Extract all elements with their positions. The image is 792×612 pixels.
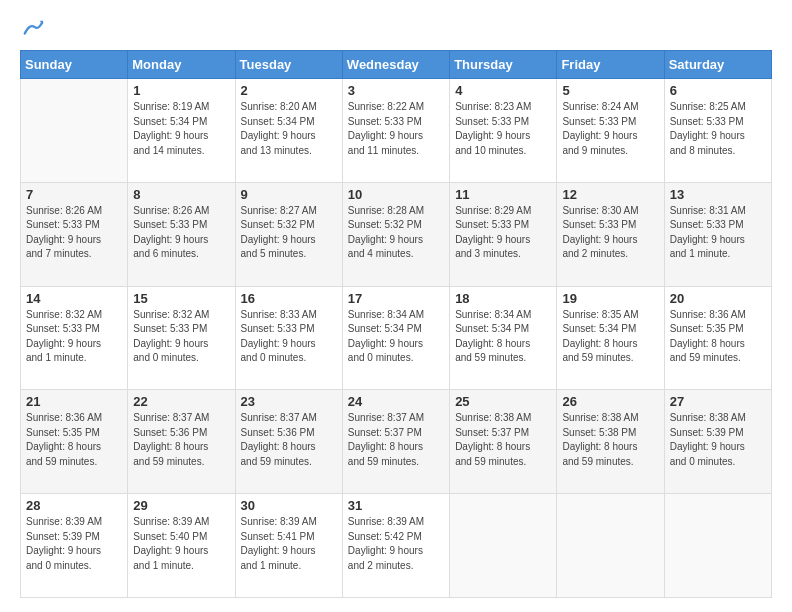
day-number: 25 [455, 394, 551, 409]
calendar-cell: 29Sunrise: 8:39 AM Sunset: 5:40 PM Dayli… [128, 494, 235, 598]
day-info: Sunrise: 8:32 AM Sunset: 5:33 PM Dayligh… [26, 308, 122, 366]
calendar-cell [450, 494, 557, 598]
day-info: Sunrise: 8:39 AM Sunset: 5:42 PM Dayligh… [348, 515, 444, 573]
calendar-cell: 26Sunrise: 8:38 AM Sunset: 5:38 PM Dayli… [557, 390, 664, 494]
calendar-cell: 16Sunrise: 8:33 AM Sunset: 5:33 PM Dayli… [235, 286, 342, 390]
day-info: Sunrise: 8:30 AM Sunset: 5:33 PM Dayligh… [562, 204, 658, 262]
calendar-cell: 12Sunrise: 8:30 AM Sunset: 5:33 PM Dayli… [557, 182, 664, 286]
day-number: 20 [670, 291, 766, 306]
weekday-header-saturday: Saturday [664, 51, 771, 79]
logo [20, 18, 44, 40]
day-number: 3 [348, 83, 444, 98]
day-info: Sunrise: 8:37 AM Sunset: 5:36 PM Dayligh… [241, 411, 337, 469]
calendar-table: SundayMondayTuesdayWednesdayThursdayFrid… [20, 50, 772, 598]
day-number: 15 [133, 291, 229, 306]
day-number: 6 [670, 83, 766, 98]
calendar-cell: 23Sunrise: 8:37 AM Sunset: 5:36 PM Dayli… [235, 390, 342, 494]
day-number: 21 [26, 394, 122, 409]
calendar-cell: 13Sunrise: 8:31 AM Sunset: 5:33 PM Dayli… [664, 182, 771, 286]
day-info: Sunrise: 8:33 AM Sunset: 5:33 PM Dayligh… [241, 308, 337, 366]
weekday-header-monday: Monday [128, 51, 235, 79]
day-number: 2 [241, 83, 337, 98]
day-info: Sunrise: 8:36 AM Sunset: 5:35 PM Dayligh… [26, 411, 122, 469]
day-info: Sunrise: 8:28 AM Sunset: 5:32 PM Dayligh… [348, 204, 444, 262]
calendar-cell: 28Sunrise: 8:39 AM Sunset: 5:39 PM Dayli… [21, 494, 128, 598]
day-info: Sunrise: 8:36 AM Sunset: 5:35 PM Dayligh… [670, 308, 766, 366]
weekday-header-row: SundayMondayTuesdayWednesdayThursdayFrid… [21, 51, 772, 79]
calendar-cell: 6Sunrise: 8:25 AM Sunset: 5:33 PM Daylig… [664, 79, 771, 183]
calendar-cell [557, 494, 664, 598]
day-info: Sunrise: 8:39 AM Sunset: 5:39 PM Dayligh… [26, 515, 122, 573]
day-info: Sunrise: 8:20 AM Sunset: 5:34 PM Dayligh… [241, 100, 337, 158]
day-number: 8 [133, 187, 229, 202]
day-number: 29 [133, 498, 229, 513]
calendar-cell: 31Sunrise: 8:39 AM Sunset: 5:42 PM Dayli… [342, 494, 449, 598]
day-info: Sunrise: 8:23 AM Sunset: 5:33 PM Dayligh… [455, 100, 551, 158]
day-number: 7 [26, 187, 122, 202]
day-number: 18 [455, 291, 551, 306]
calendar-cell: 21Sunrise: 8:36 AM Sunset: 5:35 PM Dayli… [21, 390, 128, 494]
calendar-cell: 7Sunrise: 8:26 AM Sunset: 5:33 PM Daylig… [21, 182, 128, 286]
calendar-cell: 30Sunrise: 8:39 AM Sunset: 5:41 PM Dayli… [235, 494, 342, 598]
day-info: Sunrise: 8:39 AM Sunset: 5:41 PM Dayligh… [241, 515, 337, 573]
day-number: 9 [241, 187, 337, 202]
day-info: Sunrise: 8:25 AM Sunset: 5:33 PM Dayligh… [670, 100, 766, 158]
day-info: Sunrise: 8:26 AM Sunset: 5:33 PM Dayligh… [26, 204, 122, 262]
day-number: 26 [562, 394, 658, 409]
calendar-cell: 5Sunrise: 8:24 AM Sunset: 5:33 PM Daylig… [557, 79, 664, 183]
calendar-cell: 9Sunrise: 8:27 AM Sunset: 5:32 PM Daylig… [235, 182, 342, 286]
weekday-header-tuesday: Tuesday [235, 51, 342, 79]
day-info: Sunrise: 8:31 AM Sunset: 5:33 PM Dayligh… [670, 204, 766, 262]
day-number: 24 [348, 394, 444, 409]
calendar-cell: 8Sunrise: 8:26 AM Sunset: 5:33 PM Daylig… [128, 182, 235, 286]
calendar-cell: 17Sunrise: 8:34 AM Sunset: 5:34 PM Dayli… [342, 286, 449, 390]
day-info: Sunrise: 8:19 AM Sunset: 5:34 PM Dayligh… [133, 100, 229, 158]
calendar-cell: 22Sunrise: 8:37 AM Sunset: 5:36 PM Dayli… [128, 390, 235, 494]
day-number: 28 [26, 498, 122, 513]
day-number: 11 [455, 187, 551, 202]
day-info: Sunrise: 8:32 AM Sunset: 5:33 PM Dayligh… [133, 308, 229, 366]
day-info: Sunrise: 8:38 AM Sunset: 5:38 PM Dayligh… [562, 411, 658, 469]
header [20, 18, 772, 40]
day-number: 10 [348, 187, 444, 202]
day-info: Sunrise: 8:38 AM Sunset: 5:39 PM Dayligh… [670, 411, 766, 469]
day-info: Sunrise: 8:29 AM Sunset: 5:33 PM Dayligh… [455, 204, 551, 262]
calendar-row-2: 14Sunrise: 8:32 AM Sunset: 5:33 PM Dayli… [21, 286, 772, 390]
day-number: 5 [562, 83, 658, 98]
weekday-header-thursday: Thursday [450, 51, 557, 79]
day-number: 1 [133, 83, 229, 98]
calendar-cell: 3Sunrise: 8:22 AM Sunset: 5:33 PM Daylig… [342, 79, 449, 183]
calendar-cell [664, 494, 771, 598]
calendar-row-0: 1Sunrise: 8:19 AM Sunset: 5:34 PM Daylig… [21, 79, 772, 183]
calendar-row-3: 21Sunrise: 8:36 AM Sunset: 5:35 PM Dayli… [21, 390, 772, 494]
day-info: Sunrise: 8:35 AM Sunset: 5:34 PM Dayligh… [562, 308, 658, 366]
calendar-cell: 1Sunrise: 8:19 AM Sunset: 5:34 PM Daylig… [128, 79, 235, 183]
day-info: Sunrise: 8:37 AM Sunset: 5:37 PM Dayligh… [348, 411, 444, 469]
logo-icon [22, 18, 44, 40]
day-info: Sunrise: 8:34 AM Sunset: 5:34 PM Dayligh… [348, 308, 444, 366]
day-info: Sunrise: 8:38 AM Sunset: 5:37 PM Dayligh… [455, 411, 551, 469]
day-number: 17 [348, 291, 444, 306]
calendar-cell: 11Sunrise: 8:29 AM Sunset: 5:33 PM Dayli… [450, 182, 557, 286]
calendar-cell [21, 79, 128, 183]
day-number: 12 [562, 187, 658, 202]
day-number: 19 [562, 291, 658, 306]
page: SundayMondayTuesdayWednesdayThursdayFrid… [0, 0, 792, 612]
calendar-row-1: 7Sunrise: 8:26 AM Sunset: 5:33 PM Daylig… [21, 182, 772, 286]
calendar-cell: 19Sunrise: 8:35 AM Sunset: 5:34 PM Dayli… [557, 286, 664, 390]
calendar-cell: 20Sunrise: 8:36 AM Sunset: 5:35 PM Dayli… [664, 286, 771, 390]
day-info: Sunrise: 8:27 AM Sunset: 5:32 PM Dayligh… [241, 204, 337, 262]
calendar-cell: 18Sunrise: 8:34 AM Sunset: 5:34 PM Dayli… [450, 286, 557, 390]
day-number: 23 [241, 394, 337, 409]
calendar-cell: 10Sunrise: 8:28 AM Sunset: 5:32 PM Dayli… [342, 182, 449, 286]
day-info: Sunrise: 8:24 AM Sunset: 5:33 PM Dayligh… [562, 100, 658, 158]
calendar-cell: 27Sunrise: 8:38 AM Sunset: 5:39 PM Dayli… [664, 390, 771, 494]
calendar-cell: 25Sunrise: 8:38 AM Sunset: 5:37 PM Dayli… [450, 390, 557, 494]
calendar-row-4: 28Sunrise: 8:39 AM Sunset: 5:39 PM Dayli… [21, 494, 772, 598]
day-number: 31 [348, 498, 444, 513]
day-info: Sunrise: 8:37 AM Sunset: 5:36 PM Dayligh… [133, 411, 229, 469]
day-number: 14 [26, 291, 122, 306]
calendar-cell: 14Sunrise: 8:32 AM Sunset: 5:33 PM Dayli… [21, 286, 128, 390]
day-number: 22 [133, 394, 229, 409]
weekday-header-wednesday: Wednesday [342, 51, 449, 79]
